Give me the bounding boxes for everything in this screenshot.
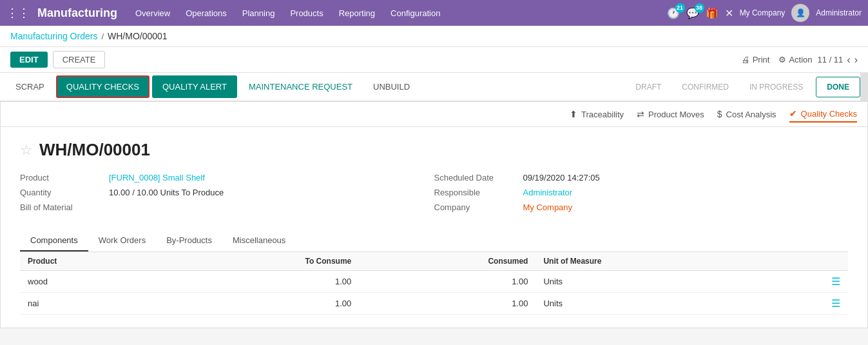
nav-overview[interactable]: Overview: [129, 6, 177, 21]
gift-icon[interactable]: 🎁: [706, 7, 719, 19]
breadcrumb-separator: /: [101, 32, 104, 41]
form-title: WH/MO/00001: [39, 140, 150, 160]
cell-consumed: 1.00: [359, 271, 535, 293]
nav-configuration[interactable]: Configuration: [384, 6, 447, 21]
pagination: 11 / 11 ‹ ›: [818, 54, 858, 66]
traceability-label: Traceability: [581, 110, 624, 119]
prev-page-button[interactable]: ‹: [847, 54, 850, 66]
form-area: ☆ WH/MO/00001 Product [FURN_0008] Small …: [1, 127, 867, 328]
scheduled-date-label: Scheduled Date: [434, 173, 518, 182]
list-detail-icon[interactable]: ☰: [831, 276, 840, 287]
company-row: Company My Company: [434, 202, 849, 212]
product-moves-label: Product Moves: [648, 110, 704, 119]
cell-product: wood: [20, 271, 162, 293]
breadcrumb-current: WH/MO/00001: [108, 31, 168, 41]
tab-scrap[interactable]: SCRAP: [5, 75, 55, 98]
cost-analysis-icon: $: [717, 109, 722, 119]
status-done: DONE: [816, 77, 860, 97]
breadcrumb-parent[interactable]: Manufacturing Orders: [10, 31, 97, 41]
comp-tab-work-orders[interactable]: Work Orders: [88, 230, 156, 251]
messages-badge[interactable]: 💬 38: [686, 7, 699, 19]
th-actions: [770, 252, 848, 271]
app-title: Manufacturing: [37, 6, 117, 20]
activity-badge[interactable]: 🕐 21: [667, 7, 680, 19]
action-label: Action: [789, 55, 812, 64]
bom-label: Bill of Material: [20, 202, 104, 212]
main-content: ⬆ Traceability ⇄ Product Moves $ Cost An…: [0, 101, 868, 328]
action-action[interactable]: ⚙ Action: [778, 55, 812, 64]
tab-quality-checks[interactable]: QUALITY CHECKS: [56, 75, 149, 98]
product-row: Product [FURN_0008] Small Shelf: [20, 173, 434, 182]
form-col-left: Product [FURN_0008] Small Shelf Quantity…: [20, 173, 434, 217]
bom-row: Bill of Material: [20, 202, 434, 212]
cell-list-action[interactable]: ☰: [770, 271, 848, 293]
comp-tab-components[interactable]: Components: [20, 230, 88, 251]
comp-tab-by-products[interactable]: By-Products: [156, 230, 222, 251]
nav-operations[interactable]: Operations: [179, 6, 233, 21]
next-page-button[interactable]: ›: [854, 54, 858, 66]
nav-products[interactable]: Products: [284, 6, 329, 21]
print-action[interactable]: 🖨 Print: [742, 55, 770, 64]
scrollbar[interactable]: [860, 73, 868, 101]
inner-tab-product-moves[interactable]: ⇄ Product Moves: [637, 106, 704, 123]
quality-checks-icon: ✔: [789, 108, 797, 119]
table-row: wood 1.00 1.00 Units ☰: [20, 271, 848, 293]
nav-planning[interactable]: Planning: [236, 6, 282, 21]
print-icon: 🖨: [742, 55, 750, 64]
activity-count: 21: [675, 3, 685, 13]
status-confirmed: CONFIRMED: [671, 77, 739, 97]
comp-tab-miscellaneous[interactable]: Miscellaneous: [222, 230, 296, 251]
nav-menu: Overview Operations Planning Products Re…: [129, 6, 662, 21]
cell-uom: Units: [535, 271, 769, 293]
th-to-consume: To Consume: [162, 252, 359, 271]
quantity-value: 10.00 / 10.00 Units To Produce: [109, 188, 224, 197]
user-name[interactable]: Administrator: [816, 8, 862, 17]
quality-checks-label: Quality Checks: [801, 109, 857, 119]
components-table: Product To Consume Consumed Unit of Meas…: [20, 252, 848, 315]
cell-consumed: 1.00: [359, 293, 535, 315]
th-consumed: Consumed: [359, 252, 535, 271]
status-in-progress: IN PROGRESS: [739, 77, 813, 97]
traceability-icon: ⬆: [570, 109, 577, 119]
quantity-row: Quantity 10.00 / 10.00 Units To Produce: [20, 188, 434, 197]
close-icon[interactable]: ✕: [725, 7, 733, 19]
form-col-right: Scheduled Date 09/19/2020 14:27:05 Respo…: [434, 173, 849, 217]
edit-button[interactable]: EDIT: [10, 52, 48, 68]
cell-to-consume: 1.00: [162, 271, 359, 293]
company-name[interactable]: My Company: [740, 8, 786, 17]
pagination-text: 11 / 11: [818, 55, 844, 64]
tab-unbuild[interactable]: UNBUILD: [363, 75, 420, 98]
inner-tab-traceability[interactable]: ⬆ Traceability: [570, 106, 624, 123]
scheduled-date-row: Scheduled Date 09/19/2020 14:27:05: [434, 173, 849, 182]
table-header-row: Product To Consume Consumed Unit of Meas…: [20, 252, 848, 271]
form-fields: Product [FURN_0008] Small Shelf Quantity…: [20, 173, 848, 217]
apps-icon[interactable]: ⋮⋮: [6, 6, 30, 20]
cell-uom: Units: [535, 293, 769, 315]
cell-to-consume: 1.00: [162, 293, 359, 315]
company-label: Company: [434, 202, 518, 212]
toolbar-actions: 🖨 Print ⚙ Action: [742, 55, 813, 64]
quantity-label: Quantity: [20, 188, 104, 197]
top-navigation: ⋮⋮ Manufacturing Overview Operations Pla…: [0, 0, 868, 26]
product-moves-icon: ⇄: [637, 109, 644, 119]
inner-tab-cost-analysis[interactable]: $ Cost Analysis: [717, 106, 776, 123]
favorite-star-icon[interactable]: ☆: [20, 142, 33, 159]
action-tabbar: SCRAP QUALITY CHECKS QUALITY ALERT MAINT…: [0, 73, 868, 101]
user-avatar[interactable]: 👤: [791, 4, 809, 22]
product-label: Product: [20, 173, 104, 182]
tab-quality-alert[interactable]: QUALITY ALERT: [152, 75, 237, 98]
tab-maintenance-request[interactable]: MAINTENANCE REQUEST: [238, 75, 363, 98]
inner-tab-quality-checks[interactable]: ✔ Quality Checks: [789, 106, 857, 123]
company-value[interactable]: My Company: [523, 202, 573, 212]
list-detail-icon[interactable]: ☰: [831, 298, 840, 309]
product-value[interactable]: [FURN_0008] Small Shelf: [109, 173, 205, 182]
cell-list-action[interactable]: ☰: [770, 293, 848, 315]
toolbar: EDIT CREATE 🖨 Print ⚙ Action 11 / 11 ‹ ›: [0, 47, 868, 73]
component-tabs: Components Work Orders By-Products Misce…: [20, 230, 848, 252]
create-button[interactable]: CREATE: [53, 51, 106, 68]
responsible-value[interactable]: Administrator: [523, 188, 573, 197]
topnav-right: 🕐 21 💬 38 🎁 ✕ My Company 👤 Administrator: [667, 4, 862, 22]
scheduled-date-value: 09/19/2020 14:27:05: [523, 173, 600, 182]
nav-reporting[interactable]: Reporting: [333, 6, 381, 21]
form-title-row: ☆ WH/MO/00001: [20, 140, 848, 160]
